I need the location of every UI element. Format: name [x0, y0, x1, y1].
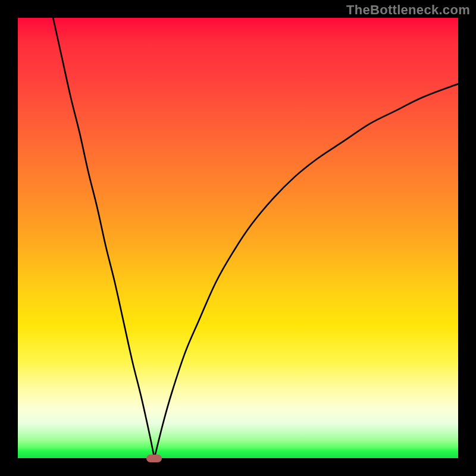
chart-frame: TheBottleneck.com — [0, 0, 476, 476]
bottleneck-curve — [18, 18, 458, 458]
watermark-text: TheBottleneck.com — [346, 2, 470, 18]
chart-plot-area — [18, 18, 458, 458]
minimum-marker — [146, 455, 162, 462]
